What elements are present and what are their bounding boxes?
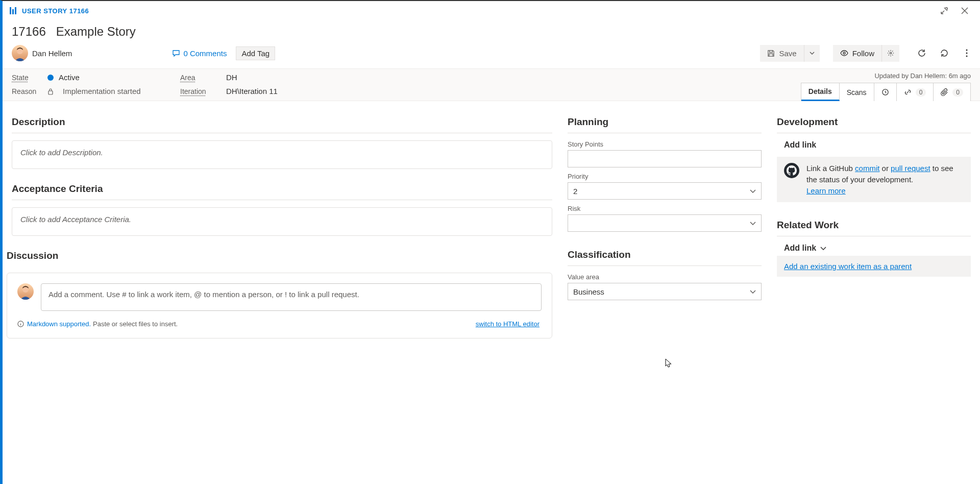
tab-history[interactable] xyxy=(874,83,897,101)
story-points-label: Story Points xyxy=(568,140,762,148)
priority-select[interactable]: 2 xyxy=(568,182,762,200)
development-heading: Development xyxy=(777,116,971,128)
priority-label: Priority xyxy=(568,173,762,180)
risk-select[interactable] xyxy=(568,214,762,232)
user-story-icon xyxy=(10,7,18,14)
attachment-icon xyxy=(941,88,948,96)
comments-link[interactable]: 0 Comments xyxy=(172,49,227,58)
chevron-down-icon xyxy=(820,247,826,250)
content-area: Description Click to add Description. Ac… xyxy=(3,101,980,368)
window-title: USER STORY 17166 xyxy=(22,7,89,15)
save-button-label: Save xyxy=(779,49,796,58)
markdown-supported-link[interactable]: Markdown supported. xyxy=(27,320,91,328)
risk-label: Risk xyxy=(568,205,762,212)
svg-point-3 xyxy=(843,52,845,54)
acceptance-criteria-input[interactable]: Click to add Acceptance Criteria. xyxy=(12,207,552,236)
reason-label: Reason xyxy=(12,87,47,95)
switch-html-editor-link[interactable]: switch to HTML editor xyxy=(476,320,540,328)
toolbar: Dan Hellem 0 Comments Add Tag Save Follo… xyxy=(3,41,980,68)
state-bar: Updated by Dan Hellem: 6m ago State Acti… xyxy=(3,68,980,101)
info-icon xyxy=(17,321,24,327)
value-area-label: Value area xyxy=(568,273,762,281)
svg-point-5 xyxy=(966,50,968,51)
work-item-title[interactable]: Example Story xyxy=(56,25,136,39)
discussion-heading: Discussion xyxy=(7,250,552,261)
assignee-name[interactable]: Dan Hellem xyxy=(32,49,72,58)
updated-by-label: Updated by Dan Hellem: 6m ago xyxy=(874,72,971,80)
cursor-icon xyxy=(665,358,672,368)
chevron-down-icon xyxy=(750,290,756,294)
close-button[interactable] xyxy=(954,3,975,18)
link-icon xyxy=(904,88,912,96)
tab-strip: Details Scans 0 0 xyxy=(801,83,971,101)
restore-window-button[interactable] xyxy=(934,3,954,18)
area-value[interactable]: DH xyxy=(226,73,430,82)
dev-text-mid: or xyxy=(879,164,891,173)
history-icon xyxy=(881,88,889,96)
pull-request-link[interactable]: pull request xyxy=(891,164,930,173)
state-indicator-icon xyxy=(47,75,54,81)
header-row: 17166 Example Story xyxy=(3,20,980,41)
iteration-value[interactable]: DH\Iteration 11 xyxy=(226,87,430,95)
state-label: State xyxy=(12,74,47,82)
tab-details[interactable]: Details xyxy=(801,83,840,101)
tab-scans[interactable]: Scans xyxy=(840,83,874,101)
chevron-down-icon xyxy=(750,222,756,225)
development-add-link[interactable]: Add link xyxy=(777,140,816,150)
github-icon xyxy=(784,163,799,178)
development-hint-box: Link a GitHub commit or pull request to … xyxy=(777,157,971,202)
related-add-link-button[interactable]: Add link xyxy=(777,244,826,253)
lock-icon xyxy=(47,88,54,95)
acceptance-criteria-heading: Acceptance Criteria xyxy=(12,183,552,195)
assignee-avatar[interactable] xyxy=(12,45,28,61)
links-count: 0 xyxy=(916,88,926,96)
follow-button[interactable]: Follow xyxy=(833,45,881,62)
iteration-label: Iteration xyxy=(180,87,226,95)
related-work-heading: Related Work xyxy=(777,220,971,231)
description-heading: Description xyxy=(12,116,552,128)
svg-point-6 xyxy=(966,53,968,54)
planning-heading: Planning xyxy=(568,116,762,128)
state-value[interactable]: Active xyxy=(47,73,180,82)
dev-text-prefix: Link a GitHub xyxy=(806,164,855,173)
story-points-input[interactable] xyxy=(568,150,762,167)
commit-link[interactable]: commit xyxy=(855,164,879,173)
tab-links[interactable]: 0 xyxy=(897,83,934,101)
area-label: Area xyxy=(180,74,226,82)
work-item-id: 17166 xyxy=(12,25,46,39)
undo-button[interactable] xyxy=(935,44,953,62)
svg-rect-8 xyxy=(48,91,53,94)
attachments-count: 0 xyxy=(952,88,963,96)
description-input[interactable]: Click to add Description. xyxy=(12,140,552,169)
svg-point-4 xyxy=(890,52,892,54)
refresh-button[interactable] xyxy=(913,44,931,62)
save-button[interactable]: Save xyxy=(760,45,803,62)
follow-button-label: Follow xyxy=(852,49,874,58)
svg-point-7 xyxy=(966,56,968,57)
comments-count-label: 0 Comments xyxy=(183,49,227,58)
value-area-select[interactable]: Business xyxy=(568,283,762,300)
save-dropdown-button[interactable] xyxy=(804,45,820,62)
learn-more-link[interactable]: Learn more xyxy=(806,186,846,195)
comment-input[interactable]: Add a comment. Use # to link a work item… xyxy=(41,283,542,311)
tab-attachments[interactable]: 0 xyxy=(934,83,970,101)
follow-settings-button[interactable] xyxy=(881,45,899,62)
current-user-avatar xyxy=(17,283,34,300)
add-parent-link[interactable]: Add an existing work item as a parent xyxy=(784,262,912,271)
classification-heading: Classification xyxy=(568,249,762,260)
title-bar: USER STORY 17166 xyxy=(3,1,980,20)
more-actions-button[interactable] xyxy=(958,44,976,62)
chevron-down-icon xyxy=(750,189,756,193)
discussion-box: Add a comment. Use # to link a work item… xyxy=(7,273,552,338)
add-parent-box: Add an existing work item as a parent xyxy=(777,256,971,277)
reason-value[interactable]: Implementation started xyxy=(47,87,180,95)
add-tag-button[interactable]: Add Tag xyxy=(236,46,275,60)
markdown-hint: Paste or select files to insert. xyxy=(93,320,178,328)
